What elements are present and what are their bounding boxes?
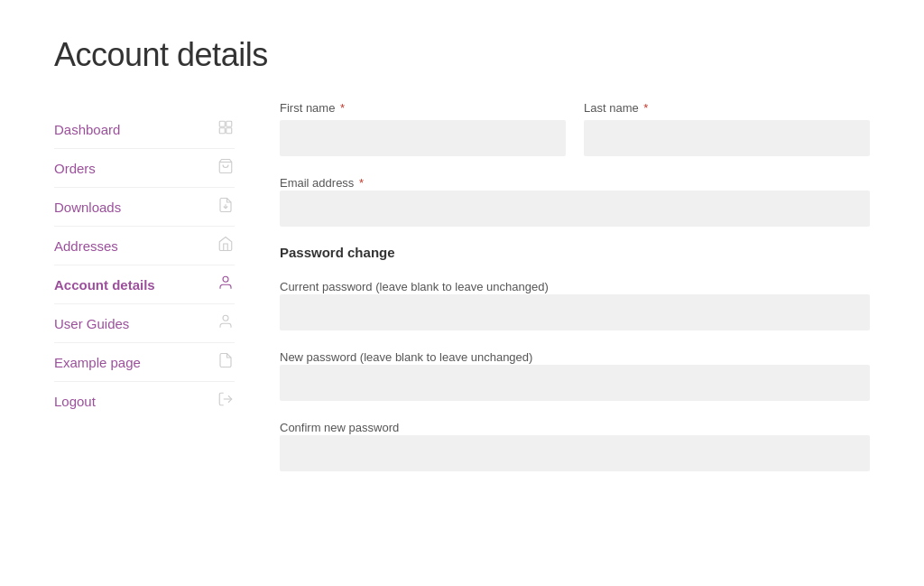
logout-icon — [217, 391, 235, 411]
first-name-group: First name * — [280, 101, 566, 156]
sidebar-item-orders[interactable]: Orders — [54, 149, 235, 188]
password-section: Password change Current password (leave … — [280, 245, 870, 471]
confirm-password-input[interactable] — [280, 435, 870, 471]
user-guides-icon — [217, 313, 235, 333]
name-row: First name * Last name * — [280, 101, 870, 156]
email-input[interactable] — [280, 191, 870, 227]
email-required: * — [356, 176, 364, 190]
svg-rect-0 — [219, 121, 225, 126]
sidebar-item-label-orders: Orders — [54, 161, 96, 176]
page-title: Account details — [54, 36, 870, 74]
confirm-password-label: Confirm new password — [280, 421, 399, 434]
sidebar-item-dashboard[interactable]: Dashboard — [54, 110, 235, 149]
svg-point-6 — [223, 276, 228, 282]
addresses-icon — [217, 236, 235, 256]
last-name-input[interactable] — [584, 120, 870, 156]
sidebar-item-label-logout: Logout — [54, 394, 96, 409]
last-name-group: Last name * — [584, 101, 870, 156]
sidebar-item-addresses[interactable]: Addresses — [54, 227, 235, 265]
confirm-password-row: Confirm new password — [280, 419, 870, 471]
sidebar-item-label-account-details: Account details — [54, 277, 155, 293]
last-name-label: Last name * — [584, 101, 870, 115]
sidebar-item-account-details[interactable]: Account details — [54, 265, 235, 304]
password-section-title: Password change — [280, 245, 870, 260]
sidebar-item-logout[interactable]: Logout — [54, 382, 235, 420]
current-password-label: Current password (leave blank to leave u… — [280, 280, 549, 293]
sidebar-item-user-guides[interactable]: User Guides — [54, 304, 235, 343]
sidebar-item-example-page[interactable]: Example page — [54, 343, 235, 382]
current-password-row: Current password (leave blank to leave u… — [280, 278, 870, 330]
email-row: Email address * — [280, 174, 870, 227]
last-name-required: * — [641, 101, 649, 115]
account-details-icon — [217, 274, 235, 294]
new-password-label: New password (leave blank to leave uncha… — [280, 350, 532, 364]
sidebar-item-label-user-guides: User Guides — [54, 316, 129, 331]
first-name-required: * — [337, 101, 345, 115]
orders-icon — [217, 158, 235, 178]
sidebar-item-label-dashboard: Dashboard — [54, 122, 120, 137]
svg-rect-1 — [226, 121, 232, 126]
sidebar-item-label-example-page: Example page — [54, 355, 141, 370]
new-password-input[interactable] — [280, 365, 870, 401]
first-name-label: First name * — [280, 101, 566, 115]
svg-point-7 — [223, 315, 228, 321]
downloads-icon — [217, 197, 235, 217]
main-content: First name * Last name * Email addres — [235, 101, 870, 489]
email-label: Email address * — [280, 176, 364, 190]
dashboard-icon — [217, 119, 235, 139]
current-password-input[interactable] — [280, 294, 870, 330]
sidebar: Dashboard Orders — [54, 110, 235, 489]
sidebar-item-label-addresses: Addresses — [54, 238, 118, 254]
svg-rect-2 — [219, 128, 225, 134]
example-page-icon — [217, 352, 235, 372]
sidebar-item-label-downloads: Downloads — [54, 200, 121, 215]
new-password-row: New password (leave blank to leave uncha… — [280, 349, 870, 401]
sidebar-item-downloads[interactable]: Downloads — [54, 188, 235, 227]
svg-rect-3 — [226, 128, 232, 134]
first-name-input[interactable] — [280, 120, 566, 156]
